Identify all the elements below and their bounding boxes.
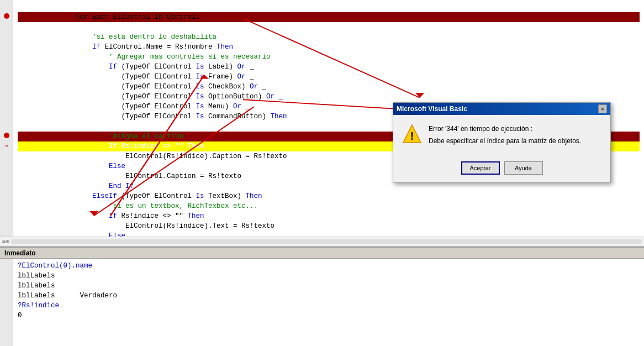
immediate-line-4: lblLabels Verdadero <box>18 291 640 301</box>
help-button[interactable]: Ayuda <box>504 161 543 175</box>
execution-arrow: ⇒ <box>4 142 8 149</box>
panel-content[interactable]: ?ElControl(0).name lblLabels lblLabels l… <box>13 259 644 346</box>
bottom-panel: Inmediato ?ElControl(0).name lblLabels l… <box>0 247 644 346</box>
margin-row-13 <box>0 120 13 130</box>
margin-row-23 <box>0 220 13 230</box>
panel-header: Inmediato <box>0 248 644 259</box>
margin-row-7 <box>0 61 13 71</box>
immediate-line-5: ?Rs!indice <box>18 301 640 311</box>
margin-row-6 <box>0 51 13 61</box>
margin-row-18 <box>0 170 13 180</box>
margin-row-14 <box>0 130 13 140</box>
margin-row-5 <box>0 41 13 51</box>
left-margin: ⇒ <box>0 0 13 237</box>
margin-row-21 <box>0 200 13 210</box>
margin-row-12 <box>0 111 13 120</box>
horizontal-scrollbar[interactable] <box>11 239 642 244</box>
breakpoint-dot-2 <box>4 133 9 138</box>
margin-row-16 <box>0 150 13 160</box>
margin-row-4 <box>0 31 13 41</box>
dialog-title: Microsoft Visual Basic <box>397 105 467 113</box>
warning-icon: ! <box>402 124 422 144</box>
dialog-body: ! Error '344' en tiempo de ejecución : D… <box>393 115 610 157</box>
bottom-panel-inner: ?ElControl(0).name lblLabels lblLabels l… <box>0 259 644 346</box>
breakpoint-dot-1 <box>4 13 9 19</box>
code-editor-wrapper: ⇒ For Each ElControl In Controls <box>0 0 644 247</box>
margin-row-9 <box>0 81 13 91</box>
panel-left-margin <box>0 259 13 346</box>
margin-row-15: ⇒ <box>0 140 13 150</box>
accept-button[interactable]: Aceptar <box>461 161 500 175</box>
margin-row-22 <box>0 210 13 220</box>
dialog-close-button[interactable]: × <box>598 104 607 113</box>
error-line-2: Debe especificar el índice para la matrí… <box>429 136 601 146</box>
code-line-1: For Each ElControl In Controls <box>18 2 640 12</box>
margin-row-1 <box>0 1 13 11</box>
margin-row-19 <box>0 180 13 190</box>
immediate-line-3: lblLabels <box>18 281 640 291</box>
panel-title: Inmediato <box>4 249 36 257</box>
immediate-line-1: ?ElControl(0).name <box>18 261 640 271</box>
margin-row-8 <box>0 71 13 81</box>
svg-text:!: ! <box>410 130 414 142</box>
margin-row-17 <box>0 160 13 170</box>
dialog-box: Microsoft Visual Basic × ! Error '344' e… <box>393 102 611 183</box>
immediate-line-2: lblLabels <box>18 271 640 281</box>
scroll-indicator-left: ≡≣ <box>2 238 9 245</box>
margin-row-20 <box>0 190 13 200</box>
margin-row-2 <box>0 11 13 21</box>
dialog-buttons: Aceptar Ayuda <box>393 157 610 182</box>
main-container: ⇒ For Each ElControl In Controls <box>0 0 644 346</box>
code-editor: ⇒ For Each ElControl In Controls <box>0 0 644 237</box>
scrollbar-area[interactable]: ≡≣ <box>0 237 644 247</box>
error-line-1: Error '344' en tiempo de ejecución : <box>429 124 601 134</box>
immediate-line-6: 0 <box>18 311 640 321</box>
margin-row-11 <box>0 101 13 111</box>
margin-row-10 <box>0 91 13 101</box>
margin-row-3 <box>0 21 13 31</box>
dialog-text: Error '344' en tiempo de ejecución : Deb… <box>429 124 601 148</box>
dialog-titlebar: Microsoft Visual Basic × <box>393 103 610 115</box>
